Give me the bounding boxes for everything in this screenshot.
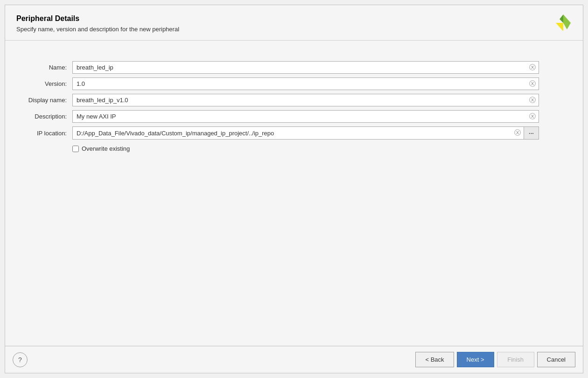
display-name-label: Display name: (16, 92, 72, 108)
dialog-footer: ? < Back Next > Finish Cancel (5, 346, 583, 373)
footer-left: ? (13, 352, 28, 367)
footer-right: < Back Next > Finish Cancel (415, 352, 575, 367)
dialog-subtitle: Specify name, version and description fo… (16, 26, 572, 33)
finish-button: Finish (497, 352, 534, 367)
cancel-button[interactable]: Cancel (537, 352, 575, 367)
description-control: ⓧ (72, 108, 572, 125)
overwrite-row: Overwrite existing (72, 145, 572, 152)
svg-marker-3 (560, 14, 563, 23)
description-label: Description: (16, 108, 72, 125)
name-label: Name: (16, 59, 72, 76)
ip-location-control: ⓧ ··· (72, 125, 572, 141)
app-logo (553, 13, 574, 33)
back-button[interactable]: < Back (415, 352, 454, 367)
peripheral-details-dialog: Peripheral Details Specify name, version… (5, 5, 583, 373)
name-input-wrapper: ⓧ (72, 61, 539, 74)
version-row: Version: ⓧ (16, 76, 572, 92)
svg-marker-1 (563, 23, 571, 29)
description-clear-button[interactable]: ⓧ (527, 112, 538, 122)
overwrite-checkbox[interactable] (72, 146, 79, 152)
ip-location-clear-button[interactable]: ⓧ (512, 128, 523, 138)
version-label: Version: (16, 76, 72, 92)
display-name-input[interactable] (73, 94, 527, 106)
ip-location-label: IP location: (16, 125, 72, 141)
dialog-title: Peripheral Details (16, 14, 572, 23)
form: Name: ⓧ Version: ⓧ (16, 59, 572, 141)
description-input[interactable] (73, 111, 527, 122)
svg-marker-2 (556, 23, 563, 31)
version-input[interactable] (73, 78, 527, 90)
display-name-control: ⓧ (72, 92, 572, 108)
version-control: ⓧ (72, 76, 572, 92)
name-row: Name: ⓧ (16, 59, 572, 76)
next-button[interactable]: Next > (457, 352, 494, 367)
ip-location-browse-button[interactable]: ··· (524, 127, 539, 139)
description-row: Description: ⓧ (16, 108, 572, 125)
overwrite-label[interactable]: Overwrite existing (82, 145, 130, 152)
dialog-content: Name: ⓧ Version: ⓧ (5, 41, 583, 346)
ip-location-input[interactable] (73, 127, 512, 139)
svg-marker-0 (563, 14, 571, 23)
version-clear-button[interactable]: ⓧ (527, 79, 538, 89)
version-input-wrapper: ⓧ (72, 77, 539, 90)
name-control: ⓧ (72, 59, 572, 76)
display-name-clear-button[interactable]: ⓧ (527, 95, 538, 105)
display-name-row: Display name: ⓧ (16, 92, 572, 108)
name-clear-button[interactable]: ⓧ (527, 63, 538, 73)
name-input[interactable] (73, 62, 527, 73)
dialog-header: Peripheral Details Specify name, version… (5, 5, 583, 41)
help-button[interactable]: ? (13, 352, 28, 367)
display-name-input-wrapper: ⓧ (72, 94, 539, 106)
ip-location-input-wrapper: ⓧ ··· (72, 126, 539, 140)
ip-location-row: IP location: ⓧ ··· (16, 125, 572, 141)
description-input-wrapper: ⓧ (72, 110, 539, 123)
